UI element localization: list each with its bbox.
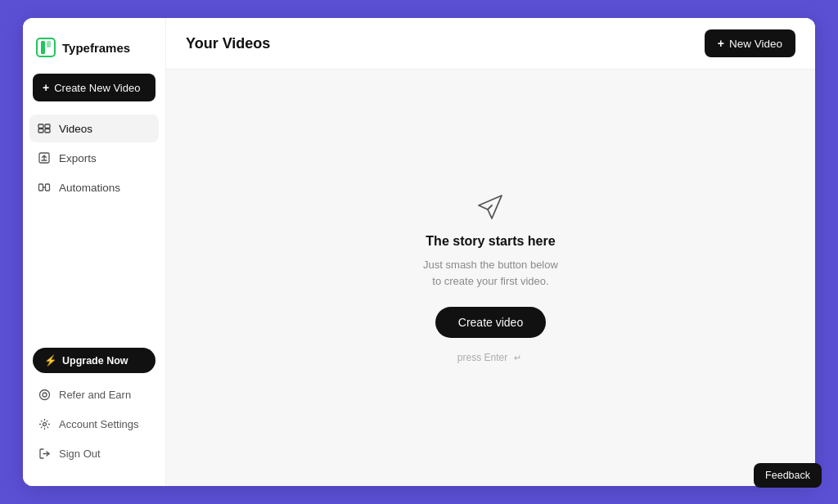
upgrade-button[interactable]: ⚡ Upgrade Now xyxy=(33,348,155,373)
svg-rect-5 xyxy=(45,129,50,133)
sidebar-item-settings[interactable]: Account Settings xyxy=(33,411,155,437)
logo-text: Typeframes xyxy=(62,41,130,55)
main-content: Your Videos + New Video The story starts… xyxy=(166,18,815,486)
empty-state: The story starts here Just smash the but… xyxy=(423,191,558,364)
page-title: Your Videos xyxy=(186,35,270,52)
create-new-video-button[interactable]: + Create New Video xyxy=(33,74,155,101)
svg-rect-3 xyxy=(38,129,43,133)
sidebar-nav: Videos Exports xyxy=(23,115,165,341)
sidebar-item-signout[interactable]: Sign Out xyxy=(33,440,155,466)
plus-icon: + xyxy=(43,81,49,94)
svg-rect-8 xyxy=(46,184,50,191)
empty-state-title: The story starts here xyxy=(426,234,555,249)
new-video-button[interactable]: + New Video xyxy=(705,29,795,57)
svg-rect-2 xyxy=(38,124,43,128)
sidebar-bottom: ⚡ Upgrade Now Refer and Earn xyxy=(23,341,165,473)
sidebar-item-exports[interactable]: Exports xyxy=(29,144,159,172)
settings-label: Account Settings xyxy=(59,418,139,430)
svg-rect-7 xyxy=(39,184,43,191)
sidebar: Typeframes + Create New Video xyxy=(23,18,166,486)
settings-icon xyxy=(38,417,51,430)
content-area: The story starts here Just smash the but… xyxy=(166,70,815,486)
create-video-button[interactable]: Create video xyxy=(435,307,546,338)
press-enter-hint: press Enter ↵ xyxy=(457,351,524,364)
lightning-icon: ⚡ xyxy=(44,354,57,367)
topbar: Your Videos + New Video xyxy=(166,18,815,70)
send-icon xyxy=(475,191,506,223)
svg-point-9 xyxy=(39,389,49,399)
signout-label: Sign Out xyxy=(59,448,101,460)
sidebar-item-automations[interactable]: Automations xyxy=(29,173,159,201)
refer-label: Refer and Earn xyxy=(59,389,131,401)
exports-icon xyxy=(38,151,51,164)
sidebar-item-videos[interactable]: Videos xyxy=(29,115,159,142)
logo-icon xyxy=(36,38,56,57)
svg-rect-0 xyxy=(41,41,45,54)
sidebar-item-exports-label: Exports xyxy=(59,152,97,164)
sidebar-item-refer[interactable]: Refer and Earn xyxy=(33,381,155,407)
enter-key-icon: ↵ xyxy=(511,351,524,364)
sidebar-item-videos-label: Videos xyxy=(59,123,92,135)
svg-point-10 xyxy=(43,393,47,397)
svg-rect-1 xyxy=(47,41,51,47)
svg-rect-4 xyxy=(45,124,50,128)
sidebar-item-automations-label: Automations xyxy=(59,182,120,194)
empty-state-subtitle: Just smash the button below to create yo… xyxy=(423,257,558,289)
svg-point-11 xyxy=(43,422,46,425)
logo: Typeframes xyxy=(23,31,165,74)
plus-icon-header: + xyxy=(718,37,724,50)
videos-icon xyxy=(38,122,51,135)
signout-icon xyxy=(38,447,51,460)
feedback-button[interactable]: Feedback xyxy=(754,463,822,488)
refer-icon xyxy=(38,388,51,401)
automations-icon xyxy=(38,181,51,194)
